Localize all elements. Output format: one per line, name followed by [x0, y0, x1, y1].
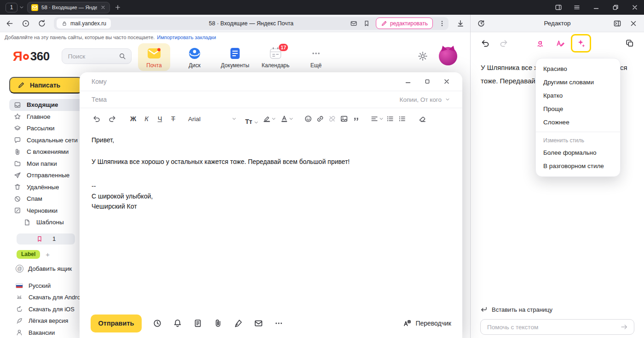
menu-item-conversational[interactable]: В разговорном стиле [536, 159, 620, 173]
service-mail[interactable]: Почта [138, 43, 170, 71]
attach-file-icon[interactable] [213, 319, 223, 328]
back-button[interactable] [6, 19, 14, 28]
compose-subject-row[interactable]: Тема Копии, От кого [80, 91, 462, 108]
rewrite-text-icon[interactable] [553, 35, 567, 51]
new-tab-button[interactable] [115, 4, 121, 11]
italic-button[interactable]: К [140, 112, 153, 125]
tab-list-chevron-icon[interactable] [19, 5, 24, 10]
window-minimize-button[interactable] [592, 4, 600, 11]
more-options-icon[interactable] [274, 319, 283, 328]
template-envelope-icon[interactable] [254, 319, 263, 328]
underline-button[interactable]: Ч [153, 112, 167, 125]
search-input[interactable] [67, 52, 115, 60]
strikethrough-button[interactable]: Т [167, 112, 180, 125]
add-label-button[interactable]: + [46, 251, 50, 258]
body-line: У Шляпника все хорошо у остальных кажетс… [92, 157, 450, 167]
bookmark-icon[interactable] [363, 20, 370, 27]
avatar[interactable] [439, 47, 457, 65]
at-icon: @ [16, 265, 23, 273]
cc-from-toggle[interactable]: Копии, От кого [400, 96, 450, 103]
menu-item-more-complex[interactable]: Сложнее [536, 116, 620, 129]
history-icon[interactable] [477, 19, 485, 28]
insert-link-button[interactable] [314, 112, 326, 125]
compose-pencil-icon [17, 82, 25, 89]
mail-notify-icon[interactable] [350, 20, 357, 27]
logo-ya: Я [13, 49, 22, 64]
browser-menu-icon[interactable] [573, 4, 581, 11]
compose-maximize-icon[interactable] [424, 78, 431, 85]
remove-link-button[interactable] [326, 112, 338, 125]
tab-panels-icon[interactable] [555, 4, 562, 11]
tab-counter[interactable]: 1 [6, 3, 17, 12]
menu-item-beautiful[interactable]: Красиво [536, 62, 620, 76]
align-button[interactable] [370, 112, 384, 125]
reload-button[interactable] [38, 19, 46, 28]
label-chip[interactable]: Label [17, 250, 40, 259]
undo-button[interactable] [91, 112, 103, 125]
compose-minimize-icon[interactable] [404, 78, 412, 85]
fix-errors-icon[interactable] [534, 35, 548, 51]
docs-service-icon [230, 47, 241, 60]
helper-input-box[interactable] [480, 319, 634, 335]
numbered-list-button[interactable] [396, 112, 408, 125]
yandex-360-logo[interactable]: Я 360 [13, 49, 50, 64]
bulleted-list-button[interactable] [384, 112, 396, 125]
helper-input[interactable] [486, 323, 616, 331]
chevron-down-icon [231, 116, 237, 122]
font-family-select[interactable]: Arial [188, 116, 237, 122]
menu-item-simpler[interactable]: Проще [536, 102, 620, 116]
compose-button[interactable]: Написать [9, 77, 83, 93]
notify-bell-icon[interactable] [173, 319, 182, 328]
edit-mode-chip[interactable]: редактировать [376, 17, 433, 29]
message-body[interactable]: Привет, У Шляпника все хорошо у остальны… [80, 129, 462, 309]
search-box[interactable] [62, 48, 132, 64]
emoji-button[interactable] [302, 112, 314, 125]
address-kebab-menu-icon[interactable] [438, 20, 446, 27]
flagged-filter[interactable]: 1 [17, 233, 75, 245]
font-size-select[interactable]: Тт [245, 112, 259, 125]
compose-close-icon[interactable] [443, 78, 450, 85]
settings-gear-icon[interactable] [418, 51, 428, 61]
tab-close-icon[interactable] [100, 5, 106, 10]
highlight-color-button[interactable] [263, 112, 276, 125]
bold-button[interactable]: Ж [126, 112, 140, 125]
browser-tab[interactable]: 58 · Входящие — Янде... [27, 2, 110, 13]
service-calendar[interactable]: 17 Календарь [259, 43, 292, 71]
menu-item-more-formal[interactable]: Более формально [536, 146, 620, 159]
send-button[interactable]: Отправить [91, 315, 142, 332]
window-restore-button[interactable] [612, 4, 619, 11]
clear-formatting-button[interactable] [416, 112, 428, 125]
paperclip-icon [14, 148, 21, 156]
window-close-button[interactable] [631, 4, 638, 11]
editor-redo-button[interactable] [499, 39, 508, 48]
service-more[interactable]: Ещё [300, 43, 332, 71]
editor-close-icon[interactable] [629, 19, 638, 28]
redo-button[interactable] [106, 112, 118, 125]
improve-text-sparkles-button[interactable] [571, 34, 591, 52]
yandex-button-icon[interactable] [22, 19, 30, 28]
chevron-down-icon [445, 97, 450, 102]
blockquote-button[interactable] [350, 112, 362, 125]
schedule-send-icon[interactable] [153, 319, 162, 328]
insert-to-page-button[interactable]: Вставить на страницу [480, 306, 634, 313]
domain-chip[interactable]: mail.yandex.ru [57, 18, 111, 29]
service-docs[interactable]: Документы [219, 43, 251, 71]
menu-item-shorter[interactable]: Кратко [536, 89, 620, 102]
notes-icon[interactable] [193, 319, 202, 328]
import-bookmarks-link[interactable]: Импортировать закладки [157, 35, 216, 40]
downloads-icon[interactable] [456, 19, 465, 28]
submit-arrow-icon[interactable] [620, 323, 628, 331]
copy-text-icon[interactable] [626, 39, 634, 47]
text-color-button[interactable] [280, 112, 294, 125]
insert-image-button[interactable] [338, 112, 350, 125]
open-in-panel-icon[interactable] [613, 19, 621, 28]
editor-undo-button[interactable] [481, 39, 490, 48]
search-icon [119, 52, 126, 60]
signature-pen-icon[interactable] [234, 319, 243, 328]
app-window: 1 58 · Входящие — Янде... mail.yandex.ru… [0, 0, 644, 338]
address-bar[interactable]: mail.yandex.ru 58 · Входящие — Яндекс По… [54, 17, 448, 30]
translator-button[interactable]: Переводчик [403, 319, 451, 327]
service-disk[interactable]: Диск [178, 43, 211, 71]
menu-item-other-words[interactable]: Другими словами [536, 76, 620, 89]
compose-to-row[interactable]: Кому [80, 72, 462, 91]
